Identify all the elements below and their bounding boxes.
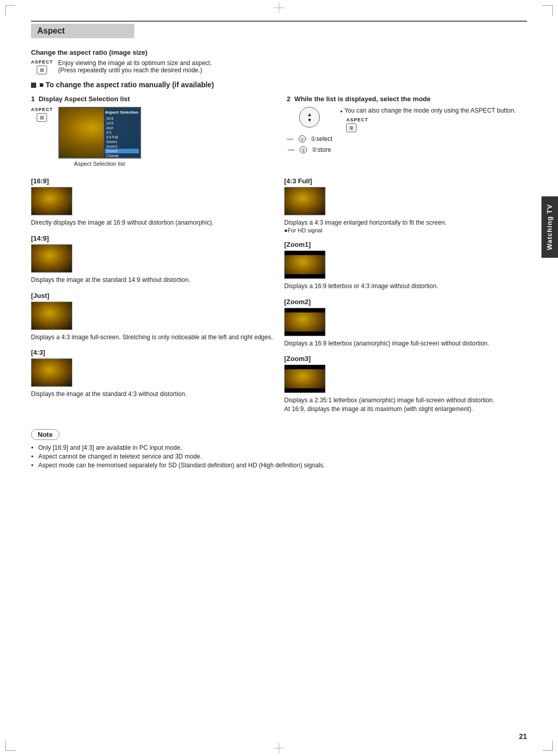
col-right: [4:3 Full] Displays a 4:3 image enlarged… [284,177,527,421]
tv-screen-mock: Aspect Selection 16:9 14:9 Just 4:3 4:3 … [58,107,141,159]
step1-screen-area: Aspect Selection 16:9 14:9 Just 4:3 4:3 … [58,107,141,167]
note-item-3: Aspect mode can be memorised separately … [31,462,527,469]
mode-zoom3-label: [Zoom3] [284,355,494,363]
col-left: [16:9] Directly displays the image at 16… [31,177,274,421]
mode-zoom3: [Zoom3] Displays a 2.35:1 letterbox (ana… [284,355,527,414]
menu-item-change: Change [105,153,139,158]
mode-4-3-text: [4:3] Displays the image at the standard… [31,349,187,399]
mode-zoom3-desc: Displays a 2.35:1 letterbox (anamorphic)… [284,396,494,414]
section-title: Aspect [31,24,134,38]
mode-just: [Just] Displays a 4:3 image full-screen.… [31,292,274,342]
mode-4-3-full-text: [4:3 Full] Displays a 4:3 image enlarged… [284,177,446,233]
step-2: 2 While the list is displayed, select th… [287,95,527,167]
note-box: Note [31,429,59,440]
mode-zoom2: [Zoom2] Displays a 16:9 letterbox (anamo… [284,298,527,348]
mode-zoom3-text: [Zoom3] Displays a 2.35:1 letterbox (ana… [284,355,494,414]
menu-item-14-9: 14:9 [105,121,139,125]
note-item-2: Aspect cannot be changed in teletext ser… [31,453,527,460]
circle-1: ① [299,135,306,143]
menu-item-just: Just [105,125,139,130]
nav-btn: ▲ ▼ [299,107,320,128]
manual-heading: ■ To change the aspect ratio manually (i… [31,81,527,89]
step2-nav: ▲ ▼ — ① ①select — ② ②store [287,107,332,153]
mode-just-desc: Displays a 4:3 image full-screen. Stretc… [31,333,273,342]
mode-16-9: [16:9] Directly displays the image at 16… [31,177,274,227]
mode-16-9-text: [16:9] Directly displays the image at 16… [31,177,214,227]
mode-4-3: [4:3] Displays the image at the standard… [31,349,274,399]
menu-item-zoom3: Zoom3 [105,149,139,153]
step1-aspect-label: ASPECT [31,107,53,112]
square-bullet [31,83,36,88]
step2-store-item: — ② ②store [288,146,331,153]
tv-menu: Aspect Selection 16:9 14:9 Just 4:3 4:3 … [104,108,140,158]
mode-just-text: [Just] Displays a 4:3 image full-screen.… [31,292,273,342]
step1-aspect-btn: ⊞ [37,113,47,122]
mode-zoom2-label: [Zoom2] [284,298,489,306]
mode-just-label: [Just] [31,292,273,300]
mode-zoom1-desc: Displays a 16:9 letterbox or 4:3 image w… [284,282,438,291]
mode-4-3-full-label: [4:3 Full] [284,177,446,185]
menu-item-4-3-full: 4:3 Full [105,135,139,139]
step2-aspect-btn: ⊞ [346,123,357,132]
mode-zoom2-desc: Displays a 16:9 letterbox (anamorphic) i… [284,339,489,348]
mode-4-3-desc: Displays the image at the standard 4:3 w… [31,390,187,399]
mode-zoom1-label: [Zoom1] [284,241,438,248]
aspect-icon-col: ASPECT ⊞ [31,59,53,74]
mode-14-9-label: [14:9] [31,234,190,242]
step2-aspect-area: ASPECT ⊞ [346,117,516,132]
mode-14-9: [14:9] Displays the image at the standar… [31,234,274,285]
mode-14-9-desc: Displays the image at the standard 14:9 … [31,276,190,285]
step-2-heading: 2 While the list is displayed, select th… [287,95,527,103]
mode-zoom1-thumb [284,250,326,279]
mode-14-9-thumb [31,244,72,273]
steps-row: 1 Display Aspect Selection list ASPECT ⊞… [31,95,527,167]
step-1-content: ASPECT ⊞ Aspect Selection 16:9 14:9 Just… [31,107,271,167]
note-section: Note Only [16:9] and [4:3] are available… [31,429,527,469]
store-label: ②store [312,146,331,153]
aspect-label: ASPECT [31,59,53,65]
mode-4-3-full-note: ●For HD signal [284,227,446,233]
change-heading: Change the aspect ratio (image size) [31,49,527,56]
mode-16-9-label: [16:9] [31,177,214,185]
mode-4-3-thumb [31,358,72,387]
aspect-intro-text: Enjoy viewing the image at its optimum s… [58,59,212,74]
mode-zoom1: [Zoom1] Displays a 16:9 letterbox or 4:3… [284,241,527,291]
select-label: ①select [311,135,332,143]
mode-just-thumb [31,302,72,330]
main-columns: [16:9] Directly displays the image at 16… [31,177,527,421]
mode-zoom2-thumb [284,308,326,336]
mode-4-3-label: [4:3] [31,349,187,356]
step2-right: ●You can also change the mode only using… [340,107,516,132]
mode-zoom3-thumb [284,365,326,393]
circle-2: ② [300,146,307,153]
section-title-area: Aspect [31,21,527,44]
aspect-button-icon: ⊞ [37,66,47,74]
step2-aspect-label-sm: ASPECT [346,117,516,122]
screen-caption: Aspect Selection list [58,161,141,167]
step-1-heading: 1 Display Aspect Selection list [31,95,271,103]
mode-16-9-thumb [31,187,72,215]
aspect-intro: ASPECT ⊞ Enjoy viewing the image at its … [31,59,527,74]
step-2-content: ▲ ▼ — ① ①select — ② ②store [287,107,527,153]
menu-title: Aspect Selection [105,110,139,115]
page-number: 21 [519,732,527,741]
mode-zoom1-text: [Zoom1] Displays a 16:9 letterbox or 4:3… [284,241,438,291]
mode-4-3-full: [4:3 Full] Displays a 4:3 image enlarged… [284,177,527,233]
mode-4-3-full-thumb [284,187,326,215]
mode-zoom2-text: [Zoom2] Displays a 16:9 letterbox (anamo… [284,298,489,348]
menu-item-16-9: 16:9 [105,116,139,121]
menu-item-4-3: 4:3 [105,130,139,135]
step2-note-text: ●You can also change the mode only using… [340,107,516,114]
mode-16-9-desc: Directly displays the image at 16:9 with… [31,218,214,227]
step-1: 1 Display Aspect Selection list ASPECT ⊞… [31,95,271,167]
step2-select-item: — ① ①select [287,135,332,143]
mode-4-3-full-desc: Displays a 4:3 image enlarged horizontal… [284,218,446,227]
menu-item-zoom2: Zoom2 [105,144,139,149]
menu-item-zoom1: Zoom1 [105,139,139,144]
note-item-1: Only [16:9] and [4:3] are available in P… [31,444,527,451]
mode-14-9-text: [14:9] Displays the image at the standar… [31,234,190,285]
note-list: Only [16:9] and [4:3] are available in P… [31,444,527,469]
